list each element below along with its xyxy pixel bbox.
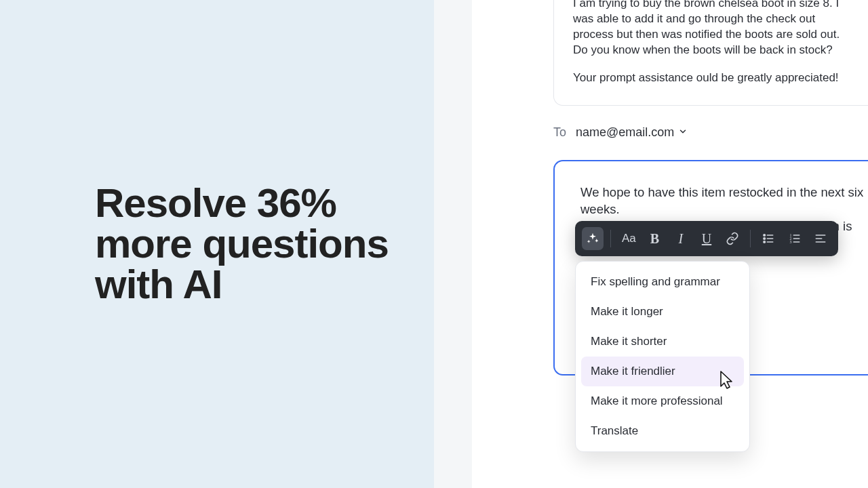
incoming-message-card: I am trying to buy the brown chelsea boo…: [553, 0, 868, 106]
hero-panel: Resolve 36% more questions with AI: [0, 0, 434, 488]
link-button[interactable]: [722, 227, 743, 250]
svg-text:3: 3: [789, 240, 791, 244]
ai-action-make-friendlier[interactable]: Make it friendlier: [581, 357, 744, 386]
svg-point-2: [764, 238, 766, 240]
svg-point-0: [764, 235, 766, 237]
ai-action-make-longer[interactable]: Make it longer: [581, 297, 744, 327]
bold-button[interactable]: B: [644, 227, 665, 250]
chevron-down-icon[interactable]: [678, 125, 688, 140]
ai-action-fix-spelling[interactable]: Fix spelling and grammar: [581, 267, 744, 297]
app-preview: I am trying to buy the brown chelsea boo…: [434, 0, 868, 488]
toolbar-separator: [610, 230, 611, 247]
svg-point-4: [764, 241, 766, 243]
numbered-list-button[interactable]: 123: [784, 227, 806, 250]
incoming-message-body: I am trying to buy the brown chelsea boo…: [573, 0, 849, 86]
incoming-paragraph: I am trying to buy the brown chelsea boo…: [573, 0, 849, 58]
text-style-button[interactable]: Aa: [618, 227, 639, 250]
ai-actions-menu: Fix spelling and grammar Make it longer …: [575, 261, 750, 452]
recipient-row[interactable]: To name@email.com: [553, 125, 688, 140]
format-toolbar: Aa B I U 123: [575, 221, 838, 256]
ai-action-translate[interactable]: Translate: [581, 416, 744, 446]
toolbar-separator: [750, 230, 751, 247]
hero-headline: Resolve 36% more questions with AI: [95, 183, 407, 305]
ai-assist-button[interactable]: [582, 227, 604, 250]
to-email: name@email.com: [576, 125, 674, 140]
bullet-list-button[interactable]: [757, 227, 779, 250]
ai-action-make-shorter[interactable]: Make it shorter: [581, 327, 744, 357]
to-label: To: [553, 125, 566, 140]
underline-button[interactable]: U: [696, 227, 717, 250]
italic-button[interactable]: I: [670, 227, 692, 250]
align-button[interactable]: [810, 227, 831, 250]
incoming-paragraph: Your prompt assistance ould be greatly a…: [573, 70, 849, 86]
ai-action-make-professional[interactable]: Make it more professional: [581, 386, 744, 416]
